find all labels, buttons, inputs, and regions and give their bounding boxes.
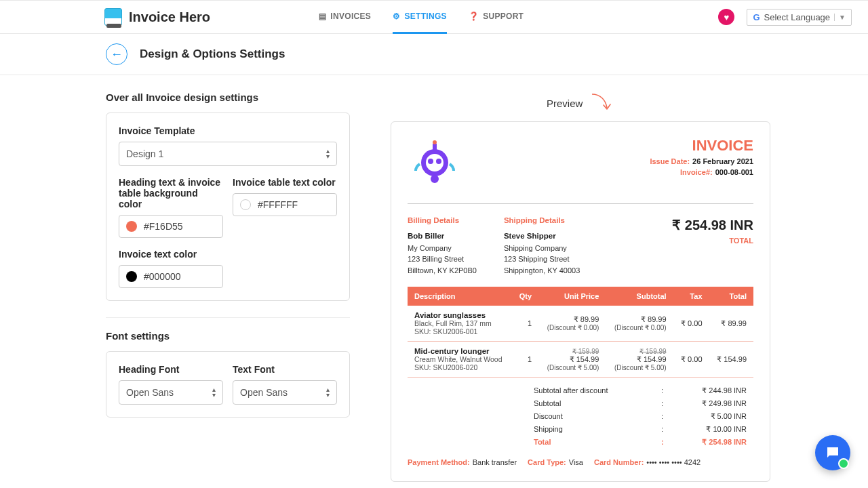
preview-panel: Preview INVOICE Issue Date:26 February 2… [391,92,770,482]
select-caret-icon: ▴▾ [212,387,216,398]
chat-icon [825,445,841,461]
preview-label: Preview [547,98,583,109]
billing-name: Bob Biller [408,232,444,240]
svg-rect-4 [433,144,437,150]
curved-arrow-icon [589,92,612,115]
shipping-heading: Shipping Details [504,215,580,226]
nav-support[interactable]: ❓ SUPPORT [469,0,524,34]
pay-cardtype-label: Card Type: [528,458,566,466]
text-font-label: Text Font [233,364,337,375]
pay-method-value: Bank transfer [473,458,517,466]
top-nav: Invoice Hero ▤ INVOICES ⚙ SETTINGS ❓ SUP… [0,0,868,34]
text-color-label: Invoice text color [119,249,223,260]
google-icon: G [753,12,760,22]
tabletext-color-input[interactable]: #FFFFFF [233,193,337,216]
gear-icon: ⚙ [393,12,400,21]
col-tax: Tax [673,287,709,306]
sum-subtotal-label: Subtotal [534,399,656,408]
nav-invoices[interactable]: ▤ INVOICES [319,0,371,34]
table-row: Aviator sunglassesBlack, Full Rim, 137 m… [408,306,753,342]
text-font-select[interactable]: Open Sans ▴▾ [233,380,337,405]
pay-cardnum-value: •••• •••• •••• 4242 [646,458,701,466]
col-total: Total [709,287,754,306]
template-label: Invoice Template [119,125,337,136]
col-subtotal: Subtotal [606,287,673,306]
sub-header: ← Design & Options Settings [0,34,868,75]
text-font-value: Open Sans [240,387,288,398]
template-value: Design 1 [126,148,163,159]
pay-method-label: Payment Method: [408,458,470,466]
col-unit: Unit Price [538,287,606,306]
heading-font-select[interactable]: Open Sans ▴▾ [119,380,223,405]
brand: Invoice Hero [104,8,210,26]
invoice-title: INVOICE [650,137,753,155]
heading-font-value: Open Sans [126,387,174,398]
font-card: Heading Font Open Sans ▴▾ Text Font Open… [106,351,350,418]
shipping-city: Shippington, KY 40003 [504,266,580,274]
sum-discount-label: Discount [534,412,656,421]
heading-color-swatch [126,221,137,232]
nav-invoices-label: INVOICES [330,12,371,21]
divider [106,317,350,318]
font-section-title: Font settings [106,330,350,342]
svg-point-2 [428,159,433,164]
col-qty: Qty [512,287,538,306]
table-row: Mid-century loungerCream White, Walnut W… [408,342,753,378]
sum-subtotal-value: ₹ 249.98 INR [672,399,747,408]
issue-date-label: Issue Date: [650,157,690,165]
sum-afterdisc-label: Subtotal after discount [534,386,656,395]
invoice-no-label: Invoice#: [680,168,713,176]
favorite-icon[interactable]: ♥ [718,9,734,25]
invoices-icon: ▤ [319,12,326,21]
shipping-block: Shipping Details Steve Shipper Shipping … [504,215,580,276]
invoice-summary: Subtotal after discount:₹ 244.98 INR Sub… [408,384,753,449]
grand-total-block: ₹ 254.98 INR TOTAL [672,215,753,276]
issue-date-value: 26 February 2021 [692,157,753,165]
design-card: Invoice Template Design 1 ▴▾ Heading tex… [106,113,350,301]
billing-city: Billtown, KY K2P0B0 [408,266,477,274]
language-label: Select Language [764,12,831,22]
sum-total-value: ₹ 254.98 INR [672,438,747,447]
billing-block: Billing Details Bob Biller My Company 12… [408,215,477,276]
grand-total-value: ₹ 254.98 INR [672,215,753,235]
chat-button[interactable] [815,435,850,470]
text-color-input[interactable]: #000000 [119,265,223,288]
nav-settings-label: SETTINGS [404,12,446,21]
template-select[interactable]: Design 1 ▴▾ [119,142,337,166]
preview-heading: Preview [547,92,770,115]
tabletext-color-value: #FFFFFF [258,199,298,210]
tabletext-color-swatch [240,199,251,210]
text-color-swatch [126,271,137,282]
select-caret-icon: ▴▾ [326,148,330,159]
heading-font-label: Heading Font [119,364,223,375]
back-button[interactable]: ← [106,43,127,65]
sum-discount-value: ₹ 5.00 INR [672,412,747,421]
select-caret-icon: ▴▾ [326,387,330,398]
heading-color-input[interactable]: #F16D55 [119,215,223,238]
brand-name: Invoice Hero [129,9,210,25]
language-selector[interactable]: G Select Language ▼ [747,9,852,26]
nav-settings[interactable]: ⚙ SETTINGS [393,0,447,34]
sum-afterdisc-value: ₹ 244.98 INR [672,386,747,395]
pay-cardtype-value: Visa [569,458,583,466]
svg-point-6 [431,175,439,183]
chevron-down-icon: ▼ [834,14,846,21]
payment-info: Payment Method:Bank transfer Card Type:V… [408,458,753,466]
sum-shipping-label: Shipping [534,425,656,434]
heading-color-value: #F16D55 [144,221,183,232]
svg-point-5 [433,140,437,144]
invoice-items-table: Description Qty Unit Price Subtotal Tax … [408,287,753,378]
preview-logo-icon [408,137,462,191]
shipping-company: Shipping Company [504,244,567,252]
billing-street: 123 Billing Street [408,255,464,263]
invoice-preview: INVOICE Issue Date:26 February 2021 Invo… [391,121,770,482]
preview-divider [408,203,753,204]
sum-total-label: Total [534,438,656,447]
shipping-name: Steve Shipper [504,232,556,240]
help-icon: ❓ [469,12,479,21]
billing-heading: Billing Details [408,215,477,226]
settings-panel: Over all Invoice design settings Invoice… [106,92,350,482]
brand-logo-icon [104,8,122,26]
pay-cardnum-label: Card Number: [594,458,644,466]
nav-support-label: SUPPORT [483,12,524,21]
